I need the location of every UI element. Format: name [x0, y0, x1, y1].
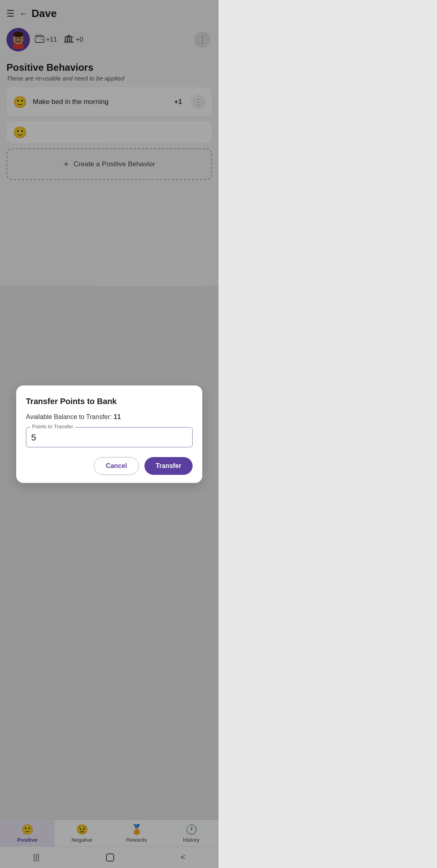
dialog-overlay: Transfer Points to Bank Available Balanc…	[0, 0, 218, 434]
dialog-balance: Available Balance to Transfer: 11	[26, 413, 193, 421]
points-field-wrapper: Points to Transfer	[26, 427, 193, 434]
points-input[interactable]	[31, 431, 187, 434]
points-field-label: Points to Transfer	[30, 423, 75, 430]
dialog-title: Transfer Points to Bank	[26, 397, 193, 406]
transfer-dialog: Transfer Points to Bank Available Balanc…	[16, 385, 202, 434]
